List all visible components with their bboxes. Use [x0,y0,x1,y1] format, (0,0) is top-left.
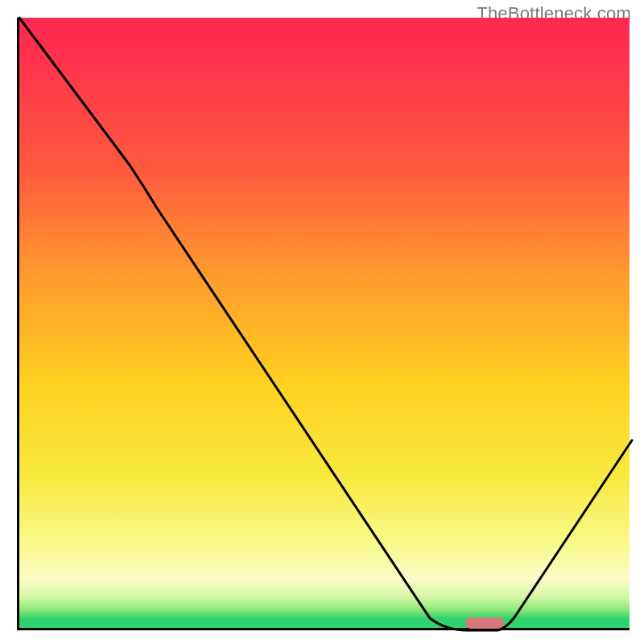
bottleneck-curve [19,18,632,630]
figure-wrapper: TheBottleneck.com [0,0,644,644]
curve-path [19,18,632,630]
plot-area [17,18,630,630]
